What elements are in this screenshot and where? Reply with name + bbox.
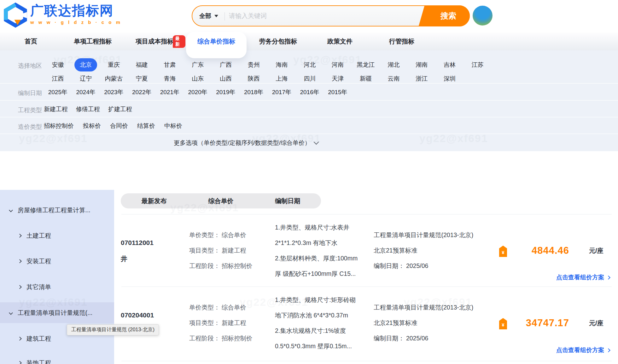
project-type-option[interactable]: 修缮工程 bbox=[76, 102, 100, 116]
nav-item-admin-index[interactable]: 行管指标 bbox=[371, 32, 433, 50]
date-option[interactable]: 2022年 bbox=[128, 85, 156, 99]
item-code-block: 070112001 井 bbox=[121, 238, 154, 264]
sidebar-item-label: 装饰工程 bbox=[26, 359, 51, 364]
price-value: 34747.17 bbox=[504, 317, 569, 329]
region-option[interactable]: 江苏 bbox=[464, 58, 492, 72]
date-option[interactable]: 2018年 bbox=[240, 85, 268, 99]
tab-composite-unit-price[interactable]: 综合单价 bbox=[188, 193, 254, 208]
caret-down-icon bbox=[214, 15, 218, 17]
item-code: 070112001 bbox=[121, 238, 154, 247]
region-option[interactable]: 黑龙江 bbox=[352, 58, 380, 72]
region-option[interactable]: 贵州 bbox=[240, 58, 268, 72]
nav-item-home[interactable]: 首页 bbox=[0, 32, 62, 50]
region-option[interactable]: 海南 bbox=[268, 58, 296, 72]
sidebar-item-label: 房屋修缮工程工程量计算... bbox=[18, 206, 90, 214]
price-unit: 元/座 bbox=[589, 319, 603, 327]
attr-line: 工程阶段： 招标控制价 bbox=[189, 258, 252, 274]
date-option[interactable]: 2024年 bbox=[72, 85, 100, 99]
region-option[interactable]: 广东 bbox=[184, 58, 212, 72]
date-option[interactable]: 2025年 bbox=[44, 85, 72, 99]
date-option[interactable]: 2020年 bbox=[184, 85, 212, 99]
date-option[interactable]: 2017年 bbox=[268, 85, 296, 99]
nav-item-label: 综合单价指标 bbox=[197, 37, 235, 46]
nav-item-label: 政策文件 bbox=[327, 37, 353, 46]
project-type-option[interactable]: 新建工程 bbox=[44, 102, 68, 116]
desc-line: 地下消防水池 6*4*3*0.37m bbox=[275, 308, 356, 323]
region-option[interactable]: 河北 bbox=[296, 58, 324, 72]
date-option[interactable]: 2021年 bbox=[156, 85, 184, 99]
view-pricing-plan-label: 点击查看组价方案 bbox=[556, 273, 604, 282]
sidebar-item-label: 安装工程 bbox=[26, 257, 51, 265]
nav-item-policy-documents[interactable]: 政策文件 bbox=[309, 32, 371, 50]
yen-symbol: ¥ bbox=[502, 250, 504, 255]
sidebar-tooltip: 工程量清单项目计量规范 (2013-北京) bbox=[67, 324, 159, 335]
region-option[interactable]: 福建 bbox=[128, 58, 156, 72]
region-option[interactable]: 湖北 bbox=[380, 58, 408, 72]
sidebar-item-label: 工程量清单项目计量规范(... bbox=[18, 309, 92, 317]
filter-cost-type: 造价类型 招标控制价 投标价 合同价 结算价 中标价 bbox=[0, 117, 618, 134]
date-option[interactable]: 2016年 bbox=[296, 85, 324, 99]
more-options-button[interactable]: 更多选项（单价类型/定额序列/数据类型/综合单价） bbox=[0, 134, 492, 152]
region-option[interactable]: 河南 bbox=[324, 58, 352, 72]
nav-item-label: 首页 bbox=[25, 37, 37, 46]
search-category-dropdown[interactable]: 全部 bbox=[199, 6, 218, 26]
region-option[interactable]: 重庆 bbox=[100, 58, 128, 72]
nav-item-labor-subcontract-index[interactable]: 劳务分包指标 bbox=[247, 32, 309, 50]
cost-type-option[interactable]: 结算价 bbox=[137, 119, 155, 133]
page: yg22@xf691 yg22@xf691 yg22@xf691 yg22@xf… bbox=[0, 0, 618, 364]
sort-tabbar: 最新发布 综合单价 编制日期 bbox=[121, 193, 321, 208]
cost-type-option[interactable]: 投标价 bbox=[83, 119, 101, 133]
search-button-label: 搜索 bbox=[440, 11, 456, 21]
view-pricing-plan-link[interactable]: 点击查看组价方案 bbox=[556, 273, 610, 282]
cost-type-option[interactable]: 招标控制价 bbox=[44, 119, 74, 133]
nav-item-composite-unit-price-index[interactable]: 综合单价指标 bbox=[185, 32, 247, 50]
nav-item-label: 项目成本指标 bbox=[136, 37, 173, 46]
chevron-down-icon bbox=[313, 139, 319, 145]
date-option[interactable]: 2019年 bbox=[212, 85, 240, 99]
sidebar-item-other-list[interactable]: 其它清单 bbox=[0, 276, 114, 297]
sidebar-item-civil-engineering[interactable]: 土建工程 bbox=[0, 225, 114, 246]
date-option[interactable]: 2015年 bbox=[324, 85, 352, 99]
sidebar-item-decoration-engineering[interactable]: 装饰工程 bbox=[0, 352, 114, 364]
project-type-option[interactable]: 扩建工程 bbox=[108, 102, 132, 116]
desc-line: 0.5*0.5*0.3mm 壁厚0.15m... bbox=[275, 338, 356, 354]
region-option[interactable]: 吉林 bbox=[436, 58, 464, 72]
date-option[interactable]: 2023年 bbox=[100, 85, 128, 99]
region-option[interactable]: 甘肃 bbox=[156, 58, 184, 72]
region-option[interactable]: 湖南 bbox=[408, 58, 436, 72]
view-pricing-plan-link[interactable]: 点击查看组价方案 bbox=[556, 346, 610, 354]
logo[interactable]: 广联达指标网 w w w · g l d z b · c o m bbox=[3, 3, 122, 28]
desc-line: 1.井类型、规格尺寸:水表井 bbox=[275, 220, 358, 235]
search-input[interactable] bbox=[229, 8, 418, 24]
nav-item-project-cost-index[interactable]: 项目成本指标 最新 bbox=[124, 32, 185, 50]
sidebar-item-house-repair-spec[interactable]: 房屋修缮工程工程量计算... bbox=[0, 200, 114, 220]
tab-latest-published[interactable]: 最新发布 bbox=[121, 193, 188, 208]
info-line: 北京21预算标准 bbox=[374, 243, 473, 258]
avatar[interactable] bbox=[473, 6, 493, 26]
cost-type-row: 招标控制价 投标价 合同价 结算价 中标价 bbox=[44, 119, 182, 133]
item-source-info: 工程量清单项目计量规范(2013-北京) 北京21预算标准 编制日期： 2025… bbox=[374, 227, 473, 274]
region-option-selected-pill: 北京 bbox=[74, 58, 97, 71]
new-badge: 最新 bbox=[173, 35, 185, 48]
sidebar-item-installation[interactable]: 安装工程 bbox=[0, 251, 114, 271]
attr-line: 项目类型： 新建工程 bbox=[189, 315, 252, 331]
chevron-right-icon bbox=[18, 337, 22, 341]
chevron-right-icon bbox=[606, 276, 610, 280]
tab-compile-date[interactable]: 编制日期 bbox=[254, 193, 321, 208]
item-code: 070204001 bbox=[121, 310, 154, 320]
cost-type-option[interactable]: 合同价 bbox=[110, 119, 128, 133]
chevron-right-icon bbox=[18, 259, 22, 263]
nav-item-single-project-index[interactable]: 单项工程指标 bbox=[62, 32, 124, 50]
chevron-down-icon bbox=[9, 311, 13, 315]
logo-icon bbox=[3, 3, 28, 28]
chevron-down-icon bbox=[9, 208, 13, 212]
region-option[interactable]: 广西 bbox=[212, 58, 240, 72]
filter-region: 选择地区 安徽 北京 重庆 福建 甘肃 广东 广西 贵州 海南 河北 河南 黑龙… bbox=[0, 50, 618, 83]
filter-panel: 选择地区 安徽 北京 重庆 福建 甘肃 广东 广西 贵州 海南 河北 河南 黑龙… bbox=[0, 50, 618, 151]
region-option-selected[interactable]: 北京 bbox=[72, 58, 100, 72]
region-option[interactable]: 安徽 bbox=[44, 58, 72, 72]
logo-text: 广联达指标网 w w w · g l d z b · c o m bbox=[30, 3, 122, 25]
sidebar-item-boq-measurement-spec[interactable]: 工程量清单项目计量规范(... bbox=[0, 302, 114, 323]
cost-type-option[interactable]: 中标价 bbox=[164, 119, 182, 133]
search-button[interactable]: 搜索 bbox=[427, 5, 470, 26]
